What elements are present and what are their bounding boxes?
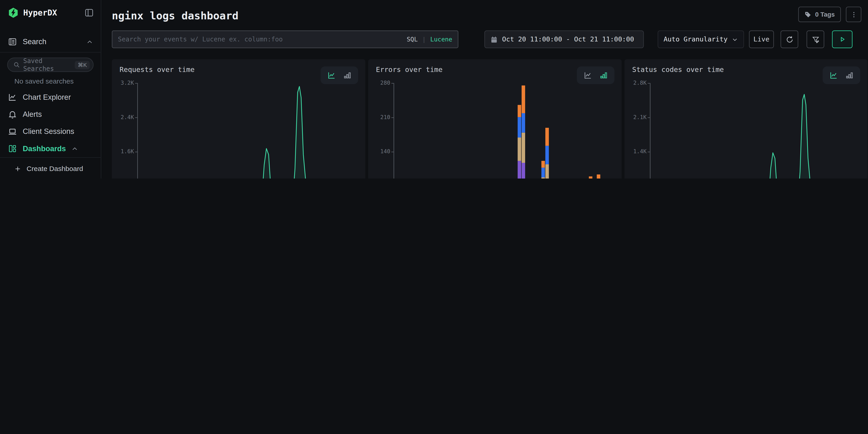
sidebar-item-label: Dashboards: [23, 145, 66, 153]
sidebar-item-label: Alerts: [23, 110, 42, 118]
plot-area[interactable]: [394, 83, 614, 179]
sidebar: HyperDX Search Saved Searches ⌘K No save…: [0, 0, 101, 179]
panel-status-codes-over-time: Status codes over time 2.8K2.1K1.4K7000O…: [624, 59, 867, 179]
shortcut-badge: ⌘K: [75, 61, 90, 69]
live-button[interactable]: Live: [749, 31, 774, 48]
chart-type-toggle: [320, 66, 358, 84]
sidebar-item-alerts[interactable]: Alerts: [0, 106, 101, 123]
bar-chart-toggle-icon[interactable]: [343, 71, 351, 79]
y-axis-label: 2.8K: [624, 80, 646, 86]
series-Request count: [138, 87, 354, 179]
y-axis-tick: [648, 117, 650, 118]
tags-label: 0 Tags: [815, 11, 835, 18]
y-axis-label: 3.2K: [112, 80, 134, 86]
tags-button[interactable]: 0 Tags: [799, 7, 841, 22]
bell-icon: [8, 110, 17, 119]
line-chart-toggle-icon[interactable]: [327, 71, 336, 80]
create-dashboard-button[interactable]: Create Dashboard: [0, 161, 101, 177]
panel-requests-over-time: Requests over time 3.2K2.4K1.6K8000Oct 2…: [112, 59, 365, 179]
y-axis-tick: [135, 83, 137, 84]
search-icon: [13, 61, 20, 68]
line-chart-icon: [8, 92, 17, 102]
no-saved-searches-text: No saved searches: [0, 72, 101, 86]
refresh-button[interactable]: [781, 31, 798, 48]
plus-icon: [14, 165, 21, 172]
y-axis-label: 2.1K: [624, 114, 646, 120]
y-axis-tick: [648, 83, 650, 84]
sidebar-section-search[interactable]: Search: [0, 32, 101, 52]
brand-row: HyperDX: [0, 0, 101, 18]
sql-toggle[interactable]: SQL: [407, 36, 417, 43]
date-range-picker[interactable]: Oct 20 11:00:00 - Oct 21 11:00:00: [484, 31, 644, 48]
dashboards-icon: [8, 144, 17, 153]
event-search-placeholder: Search your events w/ Lucene ex. column:…: [118, 35, 402, 43]
search-section-icon: [8, 37, 17, 46]
y-axis-tick: [648, 151, 650, 152]
chart-type-toggle: [823, 66, 860, 84]
language-divider: |: [422, 36, 426, 43]
granularity-value: Auto Granularity: [663, 35, 727, 43]
chart-type-toggle: [577, 66, 614, 84]
bar-chart-toggle-icon[interactable]: [599, 71, 608, 79]
sidebar-item-dashboards[interactable]: Dashboards: [0, 140, 101, 157]
plot-area[interactable]: [650, 83, 860, 179]
chevron-up-icon: [86, 38, 93, 45]
sidebar-item-label: Chart Explorer: [23, 93, 71, 101]
chevron-up-icon: [71, 145, 78, 152]
create-dashboard-label: Create Dashboard: [27, 165, 83, 173]
chevron-down-icon: [732, 36, 738, 42]
tag-icon: [804, 11, 812, 18]
date-range-value: Oct 20 11:00:00 - Oct 21 11:00:00: [502, 35, 634, 43]
run-query-button[interactable]: [832, 31, 852, 48]
page-title: nginx logs dashboard: [112, 9, 239, 22]
granularity-select[interactable]: Auto Granularity: [658, 31, 744, 48]
y-axis-tick: [135, 117, 137, 118]
y-axis-label: 280: [368, 80, 390, 86]
sidebar-item-client-sessions[interactable]: Client Sessions: [0, 123, 101, 140]
sidebar-item-label: Client Sessions: [23, 127, 74, 135]
panel-errors-over-time: Errors over time 280210140700Oct 20 11:0…: [368, 59, 622, 179]
y-axis-tick: [392, 151, 394, 152]
series-200: [651, 94, 857, 179]
y-axis-label: 140: [368, 148, 390, 154]
line-chart-toggle-icon[interactable]: [583, 71, 592, 80]
y-axis-label: 1.4K: [624, 148, 646, 154]
saved-searches-input[interactable]: Saved Searches ⌘K: [7, 58, 94, 72]
y-axis-tick: [135, 151, 137, 152]
event-search-input[interactable]: Search your events w/ Lucene ex. column:…: [112, 31, 458, 48]
app-window: HyperDX Search Saved Searches ⌘K No save…: [0, 0, 868, 179]
y-axis-tick: [392, 83, 394, 84]
lucene-toggle[interactable]: Lucene: [430, 36, 453, 43]
y-axis-label: 210: [368, 114, 390, 120]
bar-chart-toggle-icon[interactable]: [845, 71, 854, 79]
y-axis-label: 1.6K: [112, 148, 134, 154]
live-label: Live: [753, 35, 769, 43]
y-axis-label: 2.4K: [112, 114, 134, 120]
brand-name: HyperDX: [23, 8, 80, 17]
kebab-menu-button[interactable]: [846, 7, 861, 22]
y-axis-tick: [392, 117, 394, 118]
calendar-icon: [491, 36, 498, 43]
plot-area[interactable]: [137, 83, 358, 179]
divider: [0, 52, 101, 53]
main-content: nginx logs dashboard 0 Tags Search your …: [102, 0, 868, 179]
search-section-label: Search: [23, 38, 46, 46]
divider: [0, 157, 101, 158]
sidebar-item-chart-explorer[interactable]: Chart Explorer: [0, 89, 101, 106]
filter-button[interactable]: [807, 31, 824, 48]
sidebar-collapse-icon[interactable]: [84, 8, 94, 18]
laptop-icon: [8, 127, 17, 136]
hyperdx-logo-icon: [8, 7, 19, 19]
line-chart-toggle-icon[interactable]: [829, 71, 838, 80]
saved-searches-placeholder: Saved Searches: [23, 57, 71, 72]
